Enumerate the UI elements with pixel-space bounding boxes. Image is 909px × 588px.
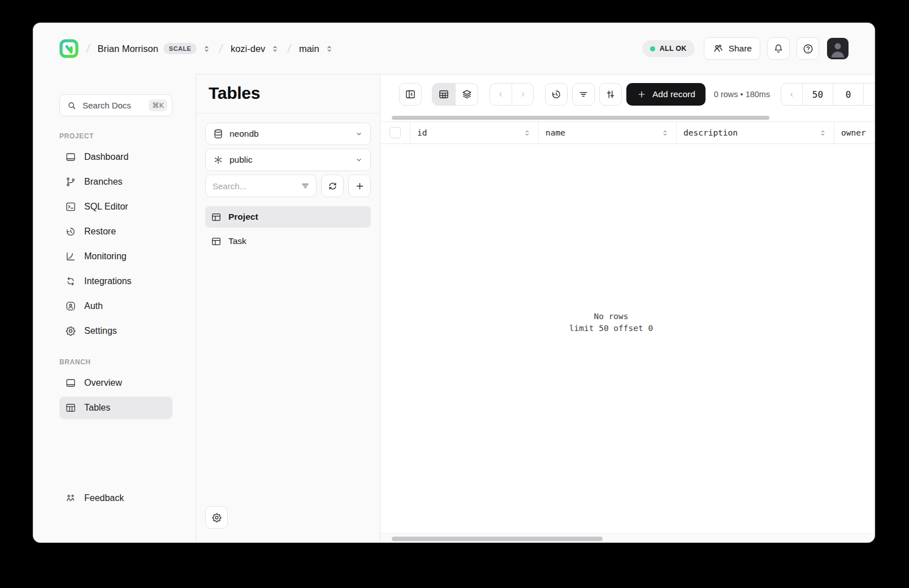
empty-state: No rows limit 50 offset 0 bbox=[569, 311, 653, 334]
scrollbar-thumb[interactable] bbox=[392, 537, 603, 541]
desktop-background: / Brian Morrison SCALE / kozi-dev / bbox=[0, 0, 909, 588]
project-nav: Dashboard Branches SQL Editor bbox=[33, 146, 196, 342]
table-list-item-task[interactable]: Task bbox=[205, 230, 371, 252]
page-title: Tables bbox=[209, 84, 367, 103]
grid-toolbar: Add record 0 rows • 180ms 50 0 bbox=[380, 75, 875, 114]
column-header-description[interactable]: description bbox=[677, 122, 834, 143]
column-settings-button[interactable] bbox=[599, 83, 622, 106]
view-layers-toggle[interactable] bbox=[455, 84, 478, 105]
table-icon bbox=[211, 236, 222, 247]
page-size-field[interactable]: 50 bbox=[802, 84, 833, 105]
sidebar-item-branches[interactable]: Branches bbox=[59, 171, 172, 193]
table-name: Project bbox=[228, 212, 258, 222]
project-selector[interactable]: kozi-dev bbox=[231, 43, 280, 54]
forward-button[interactable] bbox=[512, 84, 533, 105]
collapse-panel-button[interactable] bbox=[399, 83, 422, 106]
refresh-icon bbox=[327, 181, 338, 191]
users-icon bbox=[712, 43, 724, 54]
sidebar-item-label: Settings bbox=[84, 326, 117, 336]
sidebar-item-label: Integrations bbox=[84, 276, 132, 286]
feedback-button[interactable]: Feedback bbox=[65, 493, 124, 504]
help-button[interactable] bbox=[797, 37, 819, 60]
column-header-name[interactable]: name bbox=[539, 122, 677, 143]
page-offset-field[interactable]: 0 bbox=[833, 84, 863, 105]
help-icon bbox=[802, 43, 814, 55]
sidebar-item-dashboard[interactable]: Dashboard bbox=[59, 146, 172, 168]
sidebar-item-label: Tables bbox=[84, 403, 110, 413]
sidebar-item-sql-editor[interactable]: SQL Editor bbox=[59, 195, 172, 218]
select-all-cell bbox=[380, 122, 410, 143]
sidebar-item-restore[interactable]: Restore bbox=[59, 220, 172, 243]
view-table-toggle[interactable] bbox=[432, 84, 455, 105]
prev-page-button[interactable] bbox=[781, 84, 802, 105]
section-label-branch: BRANCH bbox=[59, 358, 196, 366]
breadcrumb: / Brian Morrison SCALE / kozi-dev / bbox=[59, 39, 334, 58]
neon-logo-icon[interactable] bbox=[59, 39, 79, 58]
sort-icon[interactable] bbox=[523, 129, 531, 137]
sidebar: Search Docs ⌘K PROJECT Dashboard bbox=[33, 74, 196, 543]
database-select[interactable]: neondb bbox=[205, 123, 371, 145]
add-record-button[interactable]: Add record bbox=[626, 83, 705, 106]
query-history-button[interactable] bbox=[545, 83, 568, 106]
plus-icon bbox=[637, 89, 647, 99]
database-value: neondb bbox=[230, 129, 349, 139]
view-mode-toggle bbox=[432, 83, 478, 106]
sidebar-item-label: Monitoring bbox=[84, 251, 127, 262]
table-search-input[interactable] bbox=[213, 181, 300, 191]
sliders-icon bbox=[605, 89, 616, 100]
refresh-button[interactable] bbox=[321, 175, 344, 197]
data-grid-area: Add record 0 rows • 180ms 50 0 bbox=[380, 74, 875, 543]
chevron-down-icon bbox=[354, 129, 363, 138]
add-record-label: Add record bbox=[652, 89, 695, 99]
query-stats: 0 rows • 180ms bbox=[714, 90, 770, 99]
share-label: Share bbox=[729, 43, 752, 54]
status-badge[interactable]: ALL OK bbox=[642, 40, 695, 57]
sidebar-item-settings[interactable]: Settings bbox=[59, 320, 172, 342]
filter-button[interactable] bbox=[572, 83, 595, 106]
sidebar-item-auth[interactable]: Auth bbox=[59, 295, 172, 317]
feedback-label: Feedback bbox=[84, 493, 124, 503]
select-all-checkbox[interactable] bbox=[389, 127, 401, 138]
sidebar-item-overview[interactable]: Overview bbox=[59, 372, 172, 394]
sidebar-item-label: Overview bbox=[84, 378, 122, 388]
filter-lines-icon[interactable] bbox=[300, 181, 310, 191]
sidebar-item-integrations[interactable]: Integrations bbox=[59, 270, 172, 293]
column-label: id bbox=[417, 128, 427, 137]
grid-body: No rows limit 50 offset 0 bbox=[380, 144, 875, 534]
dashboard-icon bbox=[65, 151, 76, 163]
branch-selector[interactable]: main bbox=[299, 43, 334, 54]
share-button[interactable]: Share bbox=[704, 37, 760, 60]
org-name: Brian Morrison bbox=[98, 43, 158, 54]
sort-icon[interactable] bbox=[661, 129, 669, 137]
column-label: name bbox=[546, 128, 565, 137]
sidebar-item-tables[interactable]: Tables bbox=[59, 397, 172, 419]
org-selector[interactable]: Brian Morrison SCALE bbox=[98, 43, 212, 54]
add-table-button[interactable] bbox=[348, 175, 371, 197]
table-list-item-project[interactable]: Project bbox=[205, 206, 371, 228]
sidebar-item-label: Dashboard bbox=[84, 152, 128, 162]
table-icon bbox=[211, 212, 222, 223]
column-header-id[interactable]: id bbox=[410, 122, 539, 143]
chevron-up-down-icon bbox=[202, 44, 211, 54]
column-header-owner[interactable]: owner bbox=[834, 122, 875, 143]
chevron-up-down-icon bbox=[324, 44, 334, 54]
scrollbar-thumb[interactable] bbox=[392, 116, 769, 120]
notifications-button[interactable] bbox=[767, 37, 790, 60]
pagination-control: 50 0 bbox=[781, 83, 875, 106]
plan-badge: SCALE bbox=[163, 43, 197, 54]
status-label: ALL OK bbox=[660, 45, 687, 53]
sidebar-item-monitoring[interactable]: Monitoring bbox=[59, 245, 172, 268]
sidebar-item-label: SQL Editor bbox=[84, 202, 128, 212]
search-docs-button[interactable]: Search Docs ⌘K bbox=[59, 94, 172, 116]
schema-value: public bbox=[230, 155, 349, 165]
empty-state-line2: limit 50 offset 0 bbox=[569, 323, 653, 334]
schema-select[interactable]: public bbox=[205, 149, 371, 171]
avatar[interactable] bbox=[827, 38, 849, 59]
next-page-button[interactable] bbox=[863, 84, 875, 105]
back-button[interactable] bbox=[490, 84, 512, 105]
search-docs-label: Search Docs bbox=[83, 101, 143, 110]
feedback-icon bbox=[65, 493, 76, 504]
auth-badge-icon bbox=[65, 300, 76, 312]
panel-settings-button[interactable] bbox=[205, 506, 228, 529]
sort-icon[interactable] bbox=[819, 129, 827, 137]
